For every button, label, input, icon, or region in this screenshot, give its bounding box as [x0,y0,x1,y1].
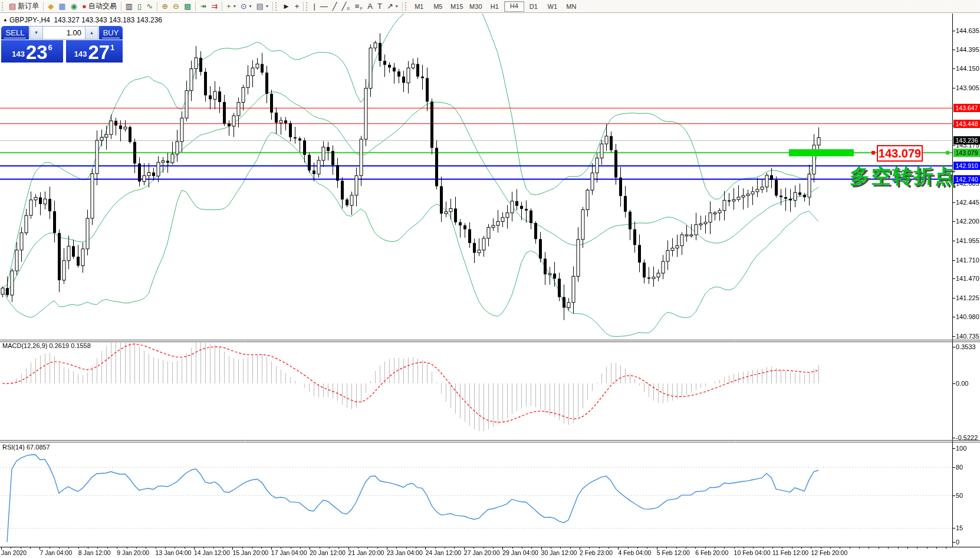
templates-button[interactable]: ▤▾ [254,1,271,12]
collapse-panel-icon[interactable]: ▲ [3,17,8,22]
volume-input[interactable] [43,27,85,39]
macd-axis-tick: 0.3533 [956,343,976,350]
cursor-icon[interactable]: ► [280,1,292,12]
time-tick-label: 11 Feb 12:00 [772,549,808,556]
one-click-trading-panel: SELL ▼ ▲ BUY 143236 143271 [1,26,123,63]
toolbar-separator [402,2,403,11]
fibonacci-icon[interactable]: ≡F [353,1,365,12]
price-badge: 142.740 [953,175,980,183]
text-icon[interactable]: A [365,1,375,12]
price-tick: 141.955 [956,237,979,244]
arrows-icon: ↗ [387,1,393,12]
price-tick: 144.395 [956,46,979,53]
indicators-button-dropdown-arrow[interactable]: ▾ [234,4,236,9]
candlestick-chart-icon[interactable]: ▯ [135,1,144,12]
price-badge: 143.236 [953,136,980,145]
toolbar: ▤新订单◆▦◉●自动交易▥▯∿⊕⊖▩↠⇉+▾⊙▾▤▾►+|—╱╱E≡FAT↗▾M… [0,0,980,13]
autotrading-button[interactable]: ●自动交易 [80,1,119,12]
timeframe-m15-button[interactable]: M15 [448,2,466,11]
chart-shift-icon: ⇉ [211,1,218,12]
timeframe-m5-button[interactable]: M5 [429,2,448,11]
buy-button[interactable]: BUY [99,26,123,40]
buy-price-big: 27 [88,44,110,60]
time-tick-label: 5 Feb 12:00 [657,549,690,556]
time-tick-label: 8 Jan 12:00 [78,549,111,556]
market-watch-icon[interactable]: ◆ [45,1,56,12]
toolbar-grip [275,2,278,11]
time-tick-label: 21 Jan 20:00 [348,549,384,556]
price-tick: 144.150 [956,65,979,72]
line-chart-icon: ∿ [146,1,153,12]
volume-decrease-button[interactable]: ▼ [30,27,43,39]
bar-chart-icon[interactable]: ▥ [123,1,135,12]
rsi-value: 67.0857 [27,444,50,451]
auto-scroll-icon[interactable]: ↠ [198,1,209,12]
periods-button-dropdown-arrow[interactable]: ▾ [249,4,252,9]
price-tick: 141.225 [956,294,979,301]
line-chart-icon[interactable]: ∿ [144,1,155,12]
time-tick-label: 24 Jan 12:00 [425,549,461,556]
buy-price-sup: 1 [110,43,114,52]
arrows-icon[interactable]: ↗▾ [384,1,400,12]
horizontal-line-icon[interactable]: — [318,1,330,12]
toolbar-separator [195,2,196,11]
trendline-icon[interactable]: ╱ [330,1,340,12]
timeframe-h1-button[interactable]: H1 [485,2,504,11]
time-tick-label: 30 Jan 12:00 [541,549,577,556]
equidistant-channel-icon[interactable]: ╱E [340,1,353,12]
text-label-icon[interactable]: T [375,1,384,12]
price-badge: 143.079 [953,149,980,157]
chart-canvas[interactable] [0,0,980,558]
price-badge: 143.647 [953,104,980,112]
symbol-label: GBPJPY-,H4 [9,16,50,24]
sell-button[interactable]: SELL [1,26,29,40]
new-order-button[interactable]: ▤新订单 [6,1,41,12]
zoom-out-icon[interactable]: ⊖ [170,1,182,12]
price-tick: 144.635 [956,27,979,34]
buy-price[interactable]: 143271 [66,40,123,63]
toolbar-separator [272,2,273,11]
indicators-button[interactable]: +▾ [224,1,238,12]
time-tick-label: 2 Feb 23:00 [580,549,613,556]
price-tick: 142.445 [956,199,979,206]
price-badge: 142.910 [953,162,980,170]
signals-icon[interactable]: ◉ [68,1,80,12]
time-tick-label: 4 Feb 04:00 [618,549,651,556]
timeframe-w1-button[interactable]: W1 [543,2,562,11]
price-level-box[interactable]: 143.079 [877,145,923,162]
crosshair-icon: + [295,1,300,12]
horizontal-line-icon: — [320,1,328,12]
volume-increase-button[interactable]: ▲ [85,27,98,39]
tile-windows-icon[interactable]: ▩ [182,1,193,12]
templates-button: ▤ [256,1,264,12]
templates-button-dropdown-arrow[interactable]: ▾ [266,4,268,9]
timeframe-d1-button[interactable]: D1 [524,2,543,11]
sell-price-sup: 6 [48,43,52,52]
rsi-axis-tick: 100 [956,445,966,452]
timeframe-h4-button[interactable]: H4 [504,1,524,12]
vertical-line-icon[interactable]: | [311,1,317,12]
auto-scroll-icon: ↠ [200,1,206,12]
vertical-line-icon: | [313,1,315,12]
toolbar-separator [222,2,222,11]
sell-price[interactable]: 143236 [1,40,63,63]
turning-point-annotation[interactable]: 多空转折点 [850,163,956,190]
timeframe-mn-button[interactable]: MN [562,2,581,11]
timeframe-m1-button[interactable]: M1 [410,2,429,11]
time-tick-label: 10 Feb 04:00 [734,549,771,556]
data-window-icon[interactable]: ▦ [56,1,68,12]
crosshair-icon[interactable]: + [292,1,302,12]
time-tick-label: 9 Jan 20:00 [117,549,149,556]
toolbar-separator [157,2,157,11]
chart-shift-icon[interactable]: ⇉ [209,1,220,12]
arrows-icon-dropdown-arrow[interactable]: ▾ [396,4,398,9]
ohlc-values: 143.327 143.343 143.183 143.236 [54,16,163,24]
macd-axis-tick: 0.00 [956,380,968,387]
time-tick-label: Jan 2020 [1,549,27,556]
mt4-chart-window: ▤新订单◆▦◉●自动交易▥▯∿⊕⊖▩↠⇉+▾⊙▾▤▾►+|—╱╱E≡FAT↗▾M… [0,0,980,558]
macd-signal-value: 0.1558 [71,342,91,349]
rsi-axis-tick: 15 [956,524,963,531]
periods-button[interactable]: ⊙▾ [238,1,254,12]
zoom-in-icon[interactable]: ⊕ [159,1,170,12]
timeframe-m30-button[interactable]: M30 [466,2,485,11]
